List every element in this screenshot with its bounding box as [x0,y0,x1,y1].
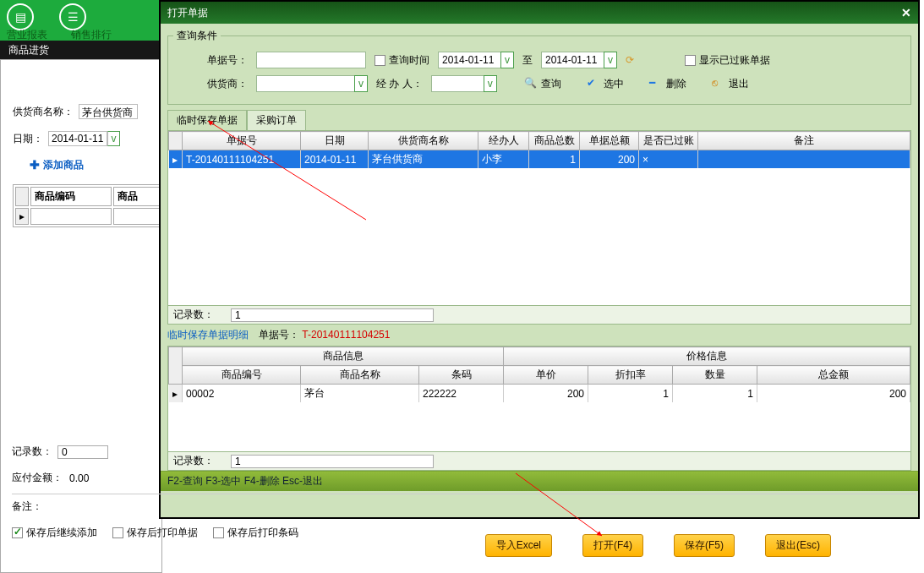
chk-print-barcode[interactable]: 保存后打印条码 [213,526,298,540]
date-to-arrow[interactable]: v [604,52,617,68]
date-from-field[interactable]: 2014-01-11 [438,52,500,68]
search-icon: 🔍 [524,77,538,90]
records-bar-1: 记录数： 1 [168,305,910,324]
mini-product-table: 商品编码商品 ▸ [13,184,163,227]
date-to-label: 至 [522,53,533,68]
g2-col-code[interactable]: 商品编号 [183,366,301,385]
date-label: 日期： [13,132,43,146]
left-records-value: 0 [57,445,108,459]
g2-col-qty[interactable]: 数量 [673,366,757,385]
chk-print-doc[interactable]: 保存后打印单据 [112,526,198,540]
add-product-link[interactable]: ✚ 添加商品 [30,158,161,172]
import-excel-button[interactable]: 导入Excel [485,534,552,557]
detail-docno-label: 单据号： [259,329,299,341]
main-grid: 单据号 日期 供货商名称 经办人 商品总数 单据总额 是否已过账 备注 ▸ T-… [167,130,911,325]
open-button[interactable]: 打开(F4) [582,534,643,557]
detail-title-row: 临时保存单据明细 单据号： T-20140111104251 [167,328,911,342]
group-product: 商品信息 [183,347,504,366]
chk-continue-add[interactable]: 保存后继续添加 [12,526,97,540]
records-value: 1 [231,308,434,322]
query-fieldset: 查询条件 单据号： 查询时间 2014-01-11v 至 2014-01-11v… [167,29,911,105]
action-buttons: 导入Excel 打开(F4) 保存(F5) 退出(Esc) [485,534,831,557]
query-time-checkbox[interactable]: 查询时间 [375,53,429,68]
supplier-label: 供货商： [207,77,248,91]
exit-footer-button[interactable]: 退出(Esc) [765,534,831,557]
date-to-field[interactable]: 2014-01-11 [541,52,604,68]
date-dropdown-arrow[interactable]: v [107,131,120,146]
tab-temp-saved[interactable]: 临时保存单据 [167,110,247,130]
handler-label: 经 办 人： [376,77,423,91]
query-legend: 查询条件 [173,29,221,43]
report-icon[interactable]: ▤ [7,3,34,30]
g2-col-barcode[interactable]: 条码 [419,366,504,385]
group-price: 价格信息 [504,347,910,366]
detail-docno-value: T-20140111104251 [302,329,390,341]
col-qty[interactable]: 商品总数 [529,132,580,150]
mini-col-name: 商品 [113,187,161,206]
table-row[interactable]: ▸ T-20140111104251 2014-01-11 茅台供货商 小李 1… [169,150,910,169]
col-docno[interactable]: 单据号 [183,132,301,150]
date-from-arrow[interactable]: v [500,52,514,68]
records-label: 记录数： [173,308,214,322]
handler-dropdown[interactable] [431,75,484,92]
col-remark[interactable]: 备注 [698,132,910,150]
delete-icon: ━ [649,77,663,90]
g2-col-price[interactable]: 单价 [504,366,588,385]
g2-col-total[interactable]: 总金额 [757,366,910,385]
docno-label: 单据号： [207,53,248,68]
left-section-title: 商品进货 [0,41,162,59]
supplier-name-label: 供货商名称： [13,105,74,119]
detail-row[interactable]: ▸ 00002 茅台 222222 200 1 1 200 [169,385,910,403]
check-icon: ✔ [587,77,600,90]
close-icon[interactable]: ✕ [901,6,911,19]
supplier-dropdown[interactable] [256,75,354,92]
col-handler[interactable]: 经办人 [478,132,529,150]
ranking-icon[interactable]: ☰ [59,3,86,30]
bottom-area: 记录数： 0 应付金额： 0.00 备注： 保存后继续添加 保存后打印单据 保存… [12,441,916,540]
handler-arrow[interactable]: v [484,75,497,92]
mini-row-marker: ▸ [15,208,29,225]
date-field[interactable]: 2014-01-11 [48,131,107,146]
col-posted[interactable]: 是否已过账 [639,132,698,150]
pay-label: 应付金额： [12,471,63,485]
col-amount[interactable]: 单据总额 [580,132,639,150]
show-posted-checkbox[interactable]: 显示已过账单据 [685,53,770,68]
g2-col-name[interactable]: 商品名称 [301,366,419,385]
delete-button[interactable]: ━删除 [649,77,686,91]
select-button[interactable]: ✔选中 [587,77,624,91]
supplier-arrow[interactable]: v [354,75,368,92]
supplier-name-value[interactable]: 茅台供货商 [79,104,138,119]
left-records-label: 记录数： [12,445,52,459]
save-button[interactable]: 保存(F5) [674,534,735,557]
tab-purchase-order[interactable]: 采购订单 [247,110,306,130]
dialog-title: 打开单据 [167,6,208,20]
refresh-icon[interactable]: ⟳ [626,54,634,66]
exit-icon: ⎋ [712,77,725,90]
query-button[interactable]: 🔍查询 [524,77,561,91]
plus-icon: ✚ [30,158,40,172]
detail-title: 临时保存单据明细 [167,328,249,342]
g2-col-discount[interactable]: 折扣率 [588,366,673,385]
docno-input[interactable] [256,52,366,68]
mini-col-code: 商品编码 [30,187,112,206]
pay-value: 0.00 [69,472,89,484]
exit-button[interactable]: ⎋退出 [712,77,749,91]
dialog-titlebar: 打开单据 ✕ [161,2,918,24]
add-product-text: 添加商品 [43,158,84,172]
col-supplier[interactable]: 供货商名称 [369,132,478,150]
tabs: 临时保存单据 采购订单 [167,110,911,130]
col-date[interactable]: 日期 [301,132,369,150]
remark-label: 备注： [12,499,42,514]
